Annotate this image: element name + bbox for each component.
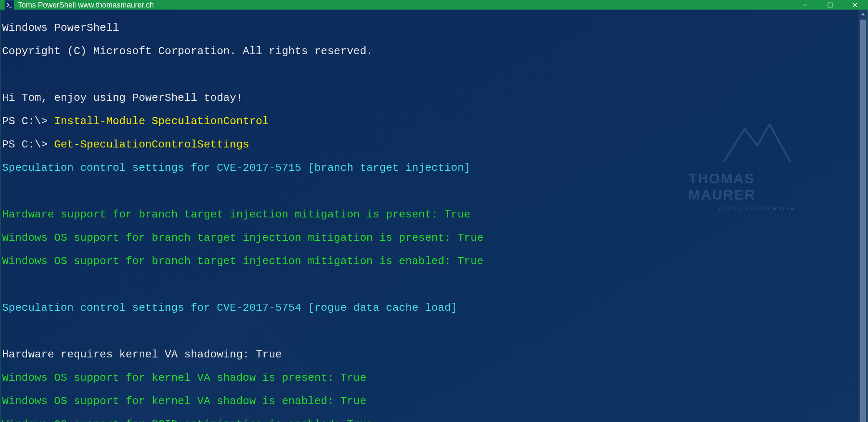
- prompt-command: Install-Module SpeculationControl: [54, 115, 269, 127]
- prompt-command: Get-SpeculationControlSettings: [54, 138, 249, 151]
- output-line: Windows OS support for branch target inj…: [2, 232, 857, 244]
- window-title: Toms PowerShell www.thomasmaurer.ch: [18, 1, 793, 10]
- svg-marker-6: [861, 13, 865, 15]
- scroll-up-button[interactable]: [858, 10, 868, 19]
- scrollbar-thumb[interactable]: [860, 20, 866, 422]
- output-line: Windows OS support for kernel VA shadow …: [2, 395, 857, 407]
- close-button[interactable]: [843, 0, 868, 10]
- output-line: Windows OS support for kernel VA shadow …: [2, 372, 857, 384]
- header-line: Windows PowerShell: [2, 22, 857, 34]
- powershell-window: Toms PowerShell www.thomasmaurer.ch THOM…: [0, 0, 868, 422]
- output-line: Windows OS support for branch target inj…: [2, 255, 857, 267]
- output-line: Hardware requires kernel VA shadowing: T…: [2, 349, 857, 360]
- maximize-button[interactable]: [818, 0, 843, 10]
- powershell-icon: [5, 0, 14, 10]
- output-line: Windows OS support for PCID optimization…: [2, 419, 857, 422]
- output-line: Hardware support for branch target injec…: [2, 209, 857, 220]
- terminal-output[interactable]: Windows PowerShell Copyright (C) Microso…: [0, 10, 858, 422]
- vertical-scrollbar[interactable]: [858, 10, 868, 422]
- minimize-button[interactable]: [793, 0, 818, 10]
- window-controls: [793, 0, 868, 10]
- header-line: Copyright (C) Microsoft Corporation. All…: [2, 45, 857, 57]
- greeting-line: Hi Tom, enjoy using PowerShell today!: [2, 92, 857, 104]
- prompt-line: PS C:\> Get-SpeculationControlSettings: [2, 139, 857, 150]
- terminal-area[interactable]: THOMAS MAURER CLOUD & DATACENTER Windows…: [0, 10, 868, 422]
- section-header: Speculation control settings for CVE-201…: [2, 302, 857, 314]
- section-header: Speculation control settings for CVE-201…: [2, 162, 857, 174]
- svg-rect-1: [828, 3, 832, 7]
- prompt-line: PS C:\> Install-Module SpeculationContro…: [2, 115, 857, 127]
- prompt-prefix: PS C:\>: [2, 138, 54, 151]
- titlebar[interactable]: Toms PowerShell www.thomasmaurer.ch: [0, 0, 868, 10]
- prompt-prefix: PS C:\>: [2, 115, 54, 127]
